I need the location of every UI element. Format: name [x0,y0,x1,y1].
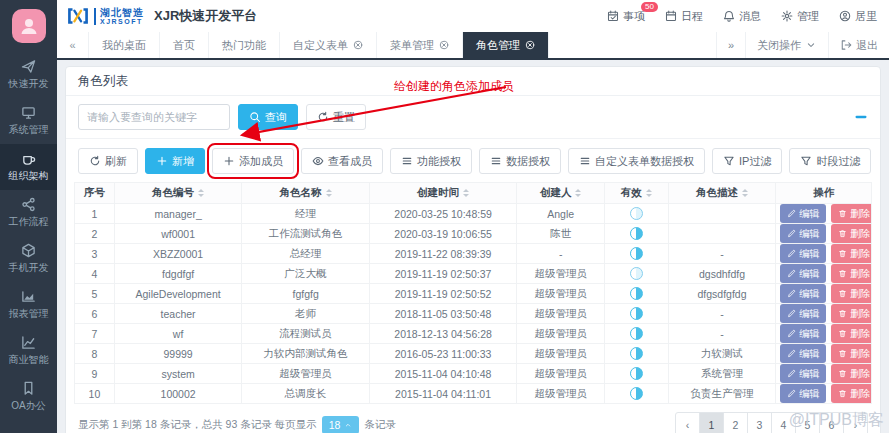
col-header[interactable]: 创建人 [517,183,605,204]
tab-hot-functions[interactable]: 热门功能 [209,32,280,58]
prev-page-button[interactable]: ‹ [675,412,700,433]
tabs-scroll-left-icon[interactable]: « [57,32,89,58]
col-header[interactable]: 角色名称 [242,183,370,204]
add-button[interactable]: 新增 [145,148,205,174]
valid-toggle[interactable] [630,227,643,240]
view-members-button[interactable]: 查看成员 [301,148,383,174]
add-member-button[interactable]: 添加成员 [212,148,294,174]
cell-actions: 编辑删除 [776,384,872,404]
delete-button[interactable]: 删除 [831,264,871,283]
sidebar-item-label: 系统管理 [9,123,49,137]
edit-button[interactable]: 编辑 [780,384,826,403]
delete-button[interactable]: 删除 [831,204,871,223]
trash-icon [838,329,847,338]
reset-button[interactable]: 重置 [306,104,366,130]
search-button[interactable]: 查询 [238,104,298,130]
logout-label: 退出 [856,38,878,53]
valid-toggle[interactable] [630,367,643,380]
edit-button[interactable]: 编辑 [780,284,826,303]
edit-button[interactable]: 编辑 [780,364,826,383]
valid-toggle[interactable] [630,327,643,340]
valid-toggle[interactable] [630,347,643,360]
sidebar-item-bi[interactable]: 商业智能 [0,328,57,374]
topbar-item-user[interactable]: 居里 [839,9,877,24]
cell-role-desc: dgsdhfdfg [668,264,776,284]
delete-button[interactable]: 删除 [831,304,871,323]
sort-icon [575,189,581,197]
delete-button[interactable]: 删除 [831,364,871,383]
tab-label: 热门功能 [222,38,266,53]
cell-role-desc: 负责生产管理 [668,384,776,404]
custom-form-data-auth-button[interactable]: 自定义表单数据授权 [568,148,705,174]
sidebar-item-report-mgmt[interactable]: 报表管理 [0,282,57,328]
valid-toggle[interactable] [630,287,643,300]
sidebar-item-workflow[interactable]: 工作流程 [0,190,57,236]
valid-toggle[interactable] [630,387,643,400]
valid-toggle[interactable] [630,267,643,280]
sidebar-item-rapid-dev[interactable]: 快速开发 [0,52,57,98]
delete-button-label: 删除 [850,267,870,281]
page-button-2[interactable]: 2 [723,412,748,433]
tab-menu-mgmt[interactable]: 菜单管理 [377,32,463,58]
delete-button[interactable]: 删除 [831,384,871,403]
data-auth-button[interactable]: 数据授权 [479,148,561,174]
function-auth-button[interactable]: 功能授权 [390,148,472,174]
search-input[interactable] [78,104,230,130]
tab-role-mgmt[interactable]: 角色管理 [463,32,549,58]
search-icon [249,111,261,123]
close-operations-dropdown[interactable]: 关闭操作 [745,32,828,58]
valid-toggle[interactable] [630,307,643,320]
table-row: 8 99999 力软内部测试角色 2016-05-23 11:00:33 超级管… [75,344,872,364]
topbar-item-manage[interactable]: 管理 [781,9,819,24]
time-filter-button[interactable]: 时段过滤 [789,148,871,174]
xjr-logo-icon [67,7,89,25]
delete-button[interactable]: 删除 [831,244,871,263]
tabs-scroll-right-icon[interactable]: » [716,32,745,58]
col-header[interactable]: 角色描述 [668,183,776,204]
page-button-1[interactable]: 1 [699,412,724,433]
plus-icon [156,155,168,167]
page-size-select[interactable]: 18 [322,416,360,433]
valid-toggle[interactable] [630,207,643,220]
edit-button[interactable]: 编辑 [780,224,826,243]
refresh-button[interactable]: 刷新 [78,148,138,174]
delete-button[interactable]: 删除 [831,224,871,243]
tab-my-desktop[interactable]: 我的桌面 [89,32,160,58]
tab-home[interactable]: 首页 [160,32,209,58]
role-table-wrap: 序号角色编号角色名称创建时间创建人有效角色描述操作 1 manager_ 经理 … [66,182,880,404]
cell-actions: 编辑删除 [776,284,872,304]
edit-button[interactable]: 编辑 [780,244,826,263]
edit-button[interactable]: 编辑 [780,344,826,363]
edit-button[interactable]: 编辑 [780,304,826,323]
collapse-panel-icon[interactable] [854,110,868,124]
filter-icon [723,155,735,167]
col-header[interactable]: 角色编号 [114,183,242,204]
sidebar-item-oa[interactable]: OA办公 [0,374,57,420]
user-avatar[interactable] [0,0,57,52]
trash-icon [838,229,847,238]
delete-button[interactable]: 删除 [831,324,871,343]
valid-toggle[interactable] [630,247,643,260]
edit-button[interactable]: 编辑 [780,264,826,283]
page-button-3[interactable]: 3 [747,412,772,433]
delete-button[interactable]: 删除 [831,284,871,303]
logout-button[interactable]: 退出 [828,32,889,58]
add-member-button-label: 添加成员 [239,154,283,169]
delete-button[interactable]: 删除 [831,344,871,363]
col-header[interactable]: 创建时间 [369,183,516,204]
ip-filter-button[interactable]: IP过滤 [712,148,782,174]
topbar-item-schedule[interactable]: 日程 [665,9,703,24]
sidebar-item-system-mgmt[interactable]: 系统管理 [0,98,57,144]
area-chart-icon [21,289,36,304]
edit-button[interactable]: 编辑 [780,204,826,223]
sidebar-item-mobile-dev[interactable]: 手机开发 [0,236,57,282]
sidebar-item-org-structure[interactable]: 组织架构 [0,144,57,190]
topbar-item-messages[interactable]: 消息 [723,9,761,24]
tab-custom-form[interactable]: 自定义表单 [280,32,377,58]
cell-role-code: fdgdfgf [114,264,242,284]
topbar-item-matters[interactable]: 事项 50 [607,9,645,24]
cell-no: 6 [75,304,115,324]
edit-button[interactable]: 编辑 [780,324,826,343]
cell-role-name: 老师 [242,304,370,324]
col-header[interactable]: 有效 [604,183,668,204]
